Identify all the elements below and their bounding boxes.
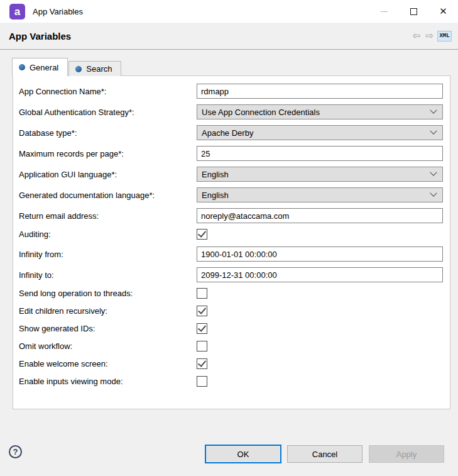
auditing-checkbox[interactable]: [197, 229, 207, 240]
enable-welcome-screen-checkbox[interactable]: [197, 358, 207, 369]
dropdown-selected-value: English: [202, 191, 229, 200]
dropdown-selected-value: English: [202, 170, 229, 179]
form-row-maximum-records-per-page: Maximum records per page*:: [13, 146, 450, 161]
form-row-global-authentication-strategy: Global Authentication Strategy*:Use App …: [13, 104, 450, 119]
chevron-down-icon: [430, 190, 437, 197]
generated-documentation-language-dropdown[interactable]: English: [197, 187, 443, 202]
maximum-records-per-page-input[interactable]: [197, 146, 443, 161]
cancel-button[interactable]: Cancel: [287, 445, 363, 463]
window-title: App Variables: [33, 0, 83, 23]
blue-dot-icon: [75, 66, 82, 72]
show-generated-ids-checkbox[interactable]: [197, 323, 207, 334]
form-row-database-type: Database type*:Apache Derby: [13, 125, 450, 140]
form-row-infinity-to: Infinity to:: [13, 267, 450, 282]
maximize-icon: [410, 8, 417, 15]
close-icon: ✕: [439, 7, 447, 16]
field-label: Enable inputs viewing mode:: [19, 377, 197, 386]
dropdown-selected-value: Use App Connection Credentials: [202, 108, 320, 117]
field-label: Enable welcome screen:: [19, 359, 197, 368]
apply-button[interactable]: Apply: [369, 445, 444, 463]
form-row-infinity-from: Infinity from:: [13, 246, 450, 262]
field-label: Edit children recursively:: [19, 306, 197, 316]
enable-inputs-viewing-mode-checkbox[interactable]: [197, 376, 207, 387]
form-row-auditing: Auditing:: [13, 229, 450, 240]
edit-children-recursively-checkbox[interactable]: [197, 306, 207, 316]
form-row-show-generated-ids: Show generated IDs:: [13, 323, 450, 334]
form-row-enable-welcome-screen: Enable welcome screen:: [13, 358, 450, 369]
tab-general[interactable]: General: [12, 58, 68, 76]
form-row-return-email-address: Return email address:: [13, 208, 450, 223]
field-label: App Connection Name*:: [19, 87, 197, 96]
tab-general-label: General: [30, 63, 58, 72]
field-label: Auditing:: [19, 230, 197, 239]
minimize-icon: [381, 11, 388, 12]
ok-button[interactable]: OK: [205, 445, 281, 463]
infinity-to-input[interactable]: [197, 267, 443, 282]
global-authentication-strategy-dropdown[interactable]: Use App Connection Credentials: [197, 104, 443, 119]
field-label: Infinity to:: [19, 270, 197, 280]
dialog-header: App Variables ⇦ ⇨ XML: [0, 23, 458, 50]
tab-search[interactable]: Search: [68, 61, 121, 76]
maximize-button[interactable]: [399, 0, 428, 23]
field-label: Application GUI language*:: [19, 170, 197, 179]
field-label: Send long operation to threads:: [19, 289, 197, 298]
app-connection-name-input[interactable]: [197, 84, 443, 99]
minimize-button[interactable]: [369, 0, 399, 23]
page-title: App Variables: [9, 23, 71, 49]
xml-button[interactable]: XML: [437, 31, 452, 42]
back-arrow-icon[interactable]: ⇦: [412, 31, 422, 41]
form-row-application-gui-language: Application GUI language*:English: [13, 167, 450, 182]
omit-workflow-checkbox[interactable]: [197, 341, 207, 351]
send-long-operation-to-threads-checkbox[interactable]: [197, 288, 207, 299]
return-email-address-input[interactable]: [197, 208, 443, 223]
ataccama-logo-icon: a: [9, 4, 25, 19]
field-label: Infinity from:: [19, 250, 197, 259]
field-label: Maximum records per page*:: [19, 149, 197, 158]
chevron-down-icon: [430, 128, 437, 135]
blue-dot-icon: [19, 64, 25, 70]
header-actions: ⇦ ⇨ XML: [412, 23, 452, 49]
form-row-send-long-operation-to-threads: Send long operation to threads:: [13, 288, 450, 299]
tab-bar: General Search: [12, 58, 121, 76]
database-type-dropdown[interactable]: Apache Derby: [197, 125, 443, 140]
check-icon: [198, 306, 206, 314]
field-label: Database type*:: [19, 128, 197, 138]
check-icon: [198, 229, 206, 238]
app-variables-dialog: a App Variables ✕ App Variables ⇦ ⇨ XML …: [0, 0, 458, 476]
application-gui-language-dropdown[interactable]: English: [197, 167, 443, 182]
form-row-enable-inputs-viewing-mode: Enable inputs viewing mode:: [13, 376, 450, 387]
check-icon: [198, 323, 206, 332]
general-tab-panel: App Connection Name*:Global Authenticati…: [13, 75, 450, 409]
tab-search-label: Search: [86, 64, 112, 74]
help-button[interactable]: ?: [9, 445, 22, 458]
chevron-down-icon: [430, 169, 437, 176]
forward-arrow-icon[interactable]: ⇨: [424, 31, 435, 41]
check-icon: [198, 358, 206, 367]
dropdown-selected-value: Apache Derby: [202, 128, 253, 138]
window-controls: ✕: [369, 0, 458, 23]
infinity-from-input[interactable]: [197, 246, 443, 262]
field-label: Global Authentication Strategy*:: [19, 108, 197, 117]
form-row-edit-children-recursively: Edit children recursively:: [13, 306, 450, 316]
form-row-omit-workflow: Omit workflow:: [13, 341, 450, 351]
form-row-generated-documentation-language: Generated documentation language*:Englis…: [13, 187, 450, 202]
title-bar: a App Variables ✕: [0, 0, 458, 23]
close-button[interactable]: ✕: [428, 0, 458, 23]
field-label: Omit workflow:: [19, 341, 197, 351]
chevron-down-icon: [430, 107, 437, 114]
field-label: Generated documentation language*:: [19, 191, 197, 200]
form-row-app-connection-name: App Connection Name*:: [13, 84, 450, 99]
field-label: Show generated IDs:: [19, 324, 197, 333]
field-label: Return email address:: [19, 211, 197, 221]
